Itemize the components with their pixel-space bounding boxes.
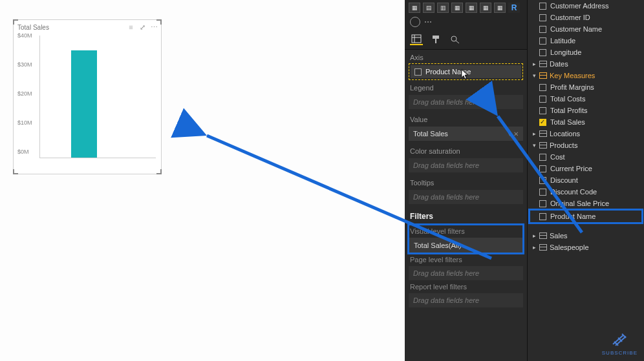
viz-type-icon[interactable]: ▤ — [423, 3, 435, 13]
well-label-tooltips: Tooltips — [405, 175, 527, 189]
tooltips-well[interactable]: Drag data fields here — [409, 190, 523, 204]
viz-type-icon[interactable]: ▦ — [480, 3, 491, 13]
well-label-color: Color saturation — [405, 143, 527, 157]
visual-level-filters[interactable]: Visual level filters Total Sales(All) — [409, 225, 523, 253]
field-product-name[interactable]: Product Name — [530, 211, 641, 222]
field-customer-id[interactable]: Customer ID — [528, 12, 644, 23]
report-level-filters[interactable]: Report level filters Drag data fields he… — [409, 280, 523, 307]
checkbox-icon[interactable] — [539, 96, 546, 103]
field-total-costs[interactable]: Total Costs — [528, 93, 644, 105]
report-filters-label: Report level filters — [409, 280, 523, 293]
svg-point-5 — [451, 36, 456, 41]
drag-handle-icon[interactable]: ≡ — [126, 23, 135, 31]
field-total-profits[interactable]: Total Profits — [528, 105, 644, 116]
field-current-price[interactable]: Current Price — [528, 163, 644, 174]
resize-handle[interactable] — [13, 168, 19, 174]
plot — [39, 36, 156, 158]
axis-well[interactable]: Product Name — [409, 63, 523, 80]
well-label-legend: Legend — [405, 80, 527, 94]
filter-chip-total-sales[interactable]: Total Sales(All) — [409, 238, 523, 253]
viz-type-icon[interactable]: ▦ — [451, 3, 463, 13]
viz-type-icon[interactable]: ▦ — [466, 3, 477, 13]
svg-line-6 — [456, 41, 459, 43]
field-profit-margins[interactable]: Profit Margins — [528, 81, 644, 93]
resize-handle[interactable] — [13, 19, 19, 26]
field-total-sales[interactable]: Total Sales — [528, 116, 644, 128]
viz-type-icon[interactable]: ▦ — [494, 3, 506, 13]
table-salespeople[interactable]: ▸ Salespeople — [528, 242, 644, 253]
checkbox-icon[interactable] — [539, 107, 546, 114]
checkbox-icon[interactable] — [539, 49, 546, 56]
filters-header: Filters — [405, 207, 527, 225]
field-customer-address[interactable]: Customer Address — [528, 0, 644, 12]
table-products[interactable]: ▾ Products — [528, 139, 644, 151]
page-level-filters[interactable]: Page level filters Drag data fields here — [409, 253, 523, 280]
subscribe-badge[interactable]: SUBSCRIBE — [602, 333, 638, 356]
field-latitude[interactable]: Latitude — [528, 35, 644, 46]
viz-type-icon[interactable]: ▦ — [409, 3, 420, 13]
page-filters-label: Page level filters — [409, 253, 523, 266]
visualizations-pane: ▦ ▤ ▥ ▦ ▦ ▦ ▦ R ⋯ — [405, 0, 528, 361]
table-dates[interactable]: ▸ Dates — [528, 58, 644, 70]
field-customer-name[interactable]: Customer Name — [528, 23, 644, 35]
table-sales[interactable]: ▸ Sales — [528, 230, 644, 242]
report-canvas[interactable]: Total Sales ≡ ⤢ ⋯ $0M$10M$20M$30M$40M — [0, 0, 405, 361]
checkbox-icon[interactable] — [539, 14, 546, 21]
viz-type-gallery: ▦ ▤ ▥ ▦ ▦ ▦ ▦ R — [405, 0, 527, 14]
checkbox-icon[interactable] — [539, 37, 546, 45]
value-field-chip[interactable]: Total Sales — [413, 130, 448, 138]
globe-icon[interactable] — [410, 17, 420, 27]
svg-rect-3 — [433, 36, 439, 39]
well-label-value: Value — [405, 112, 527, 125]
legend-well[interactable]: Drag data fields here — [409, 95, 523, 109]
table-key-measures[interactable]: ▾ Key Measures — [528, 70, 644, 81]
more-visuals-icon[interactable]: ⋯ — [424, 17, 433, 26]
checkbox-icon[interactable] — [539, 189, 546, 196]
fields-tab-icon[interactable] — [410, 34, 423, 45]
checkbox-icon[interactable] — [539, 3, 546, 10]
field-cost[interactable]: Cost — [528, 151, 644, 163]
focus-mode-icon[interactable]: ⤢ — [138, 23, 147, 31]
table-locations[interactable]: ▸ Locations — [528, 128, 644, 139]
checkbox-icon[interactable] — [539, 154, 546, 161]
remove-field-icon[interactable]: ▾ ✕ — [508, 130, 519, 138]
visual-bar-chart[interactable]: Total Sales ≡ ⤢ ⋯ $0M$10M$20M$30M$40M — [13, 19, 162, 174]
resize-handle[interactable] — [155, 19, 162, 26]
resize-handle[interactable] — [155, 168, 162, 174]
well-label-axis: Axis — [405, 50, 527, 63]
bar[interactable] — [71, 50, 97, 158]
axis-field-chip[interactable]: Product Name — [411, 65, 521, 78]
analytics-tab-icon[interactable] — [449, 34, 462, 45]
chart-plot-area: $0M$10M$20M$30M$40M — [17, 36, 157, 167]
checkbox-icon[interactable] — [539, 26, 546, 33]
svg-rect-0 — [412, 35, 421, 43]
checkbox-icon[interactable] — [539, 213, 546, 220]
checkbox-icon[interactable] — [539, 165, 546, 172]
checkbox-icon[interactable] — [539, 177, 546, 184]
fields-pane: Customer AddressCustomer IDCustomer Name… — [528, 0, 644, 361]
checkbox-icon[interactable] — [539, 84, 546, 91]
svg-rect-4 — [435, 39, 436, 43]
viz-type-r-icon[interactable]: R — [508, 3, 520, 13]
checkbox-icon[interactable] — [539, 200, 546, 207]
field-longitude[interactable]: Longitude — [528, 46, 644, 58]
checkbox-icon[interactable] — [539, 119, 546, 126]
field-discount[interactable]: Discount — [528, 174, 644, 186]
checkbox-icon[interactable] — [414, 68, 422, 76]
value-well[interactable]: Total Sales ▾ ✕ — [409, 127, 523, 141]
visual-filters-label: Visual level filters — [409, 225, 523, 238]
field-discount-code[interactable]: Discount Code — [528, 186, 644, 198]
page-filters-well[interactable]: Drag data fields here — [409, 266, 523, 280]
[interactable]: Drag data fields here — [409, 293, 523, 307]
viz-type-icon[interactable]: ▥ — [437, 3, 449, 13]
color-saturation-well[interactable]: Drag data fields here — [409, 158, 523, 172]
visual-title: Total Sales — [17, 24, 49, 31]
field-original-sale-price[interactable]: Original Sale Price — [528, 198, 644, 209]
format-tab-icon[interactable] — [429, 34, 442, 45]
